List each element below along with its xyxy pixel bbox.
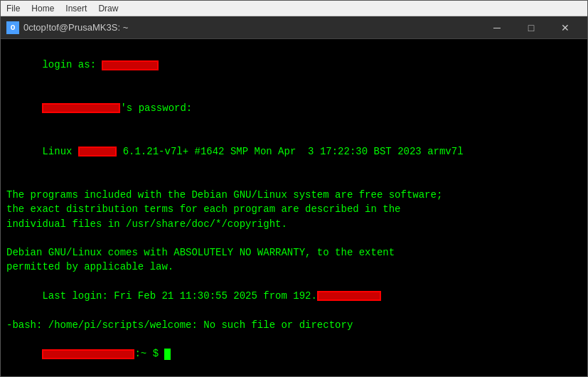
menu-home[interactable]: Home [31,4,54,14]
title-bar: O 0ctop!tof@PrusaMK3S: ~ ─ □ ✕ [1,16,587,39]
terminal-line-6: the exact distribution terms for each pr… [6,202,582,216]
redacted-ip [317,291,381,301]
title-bar-left: O 0ctop!tof@PrusaMK3S: ~ [6,21,128,34]
menu-bar: File Home Insert Draw [1,1,587,16]
terminal-line-3: Linux 6.1.21-v7l+ #1642 SMP Mon Apr 3 17… [6,130,582,174]
redacted-username-1 [102,60,159,70]
terminal-line-1: login as: [6,43,582,87]
window-title: 0ctop!tof@PrusaMK3S: ~ [23,22,128,33]
terminal-body[interactable]: login as: 's password: Linux 6.1.21-v7l+… [1,39,587,376]
terminal-window: File Home Insert Draw O 0ctop!tof@PrusaM… [0,0,588,377]
terminal-line-10: permitted by applicable law. [6,260,582,274]
menu-draw[interactable]: Draw [98,4,118,14]
terminal-line-7: individual files in /usr/share/doc/*/cop… [6,217,582,231]
app-icon: O [6,21,19,34]
redacted-username-2 [42,103,120,113]
terminal-line-11: Last login: Fri Feb 21 11:30:55 2025 fro… [6,275,582,318]
terminal-line-2: 's password: [6,87,582,130]
window-controls: ─ □ ✕ [481,16,582,39]
terminal-line-8 [6,231,582,245]
menu-insert[interactable]: Insert [65,4,87,14]
redacted-hostname [78,147,117,156]
terminal-line-4 [6,174,582,188]
minimize-button[interactable]: ─ [481,16,513,39]
terminal-line-9: Debian GNU/Linux comes with ABSOLUTELY N… [6,245,582,260]
maximize-button[interactable]: □ [515,16,547,39]
terminal-cursor [164,349,171,360]
menu-file[interactable]: File [6,4,20,14]
terminal-line-13: :~ $ [6,332,582,376]
terminal-line-5: The programs included with the Debian GN… [6,188,582,202]
close-button[interactable]: ✕ [549,16,582,39]
terminal-empty-space [6,376,582,376]
redacted-prompt-hostname [42,349,134,359]
terminal-line-12: -bash: /home/pi/scripts/welcome: No such… [6,318,582,332]
